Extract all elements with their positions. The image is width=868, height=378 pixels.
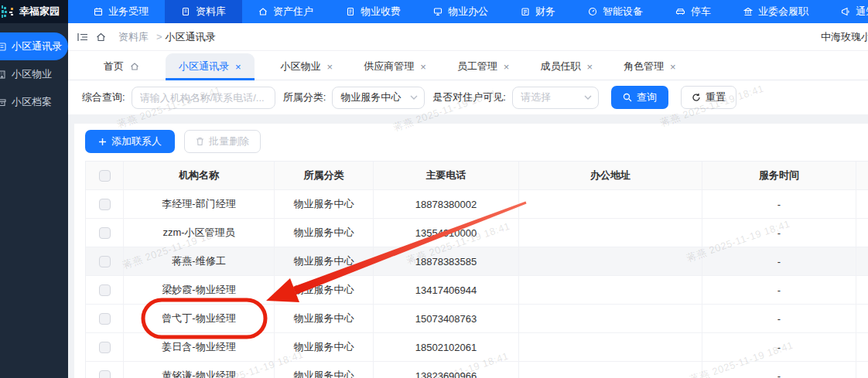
table-toolbar: 添加联系人 批量删除 — [85, 130, 868, 153]
cell-category: 物业服务中心 — [275, 333, 374, 362]
nav-item-label: 智能设备 — [603, 5, 643, 19]
nav-item-fees[interactable]: 物业收费 — [330, 0, 417, 23]
batch-delete-button[interactable]: 批量删除 — [184, 130, 261, 153]
nav-item-committee[interactable]: 业委会履职 — [727, 0, 825, 23]
tab-role-management[interactable]: 角色管理 — [619, 53, 681, 80]
cell-extra — [856, 247, 868, 276]
cell-org-name: 梁妙霞-物业经理 — [124, 276, 275, 305]
cell-category: 物业服务中心 — [275, 362, 374, 378]
tab-label: 小区通讯录 — [179, 60, 229, 73]
table-row[interactable]: 李经理-部门经理 物业服务中心 18878380002 - — [86, 190, 868, 219]
cell-org-name: 姜日含-物业经理 — [124, 333, 275, 362]
reset-button[interactable]: 重置 — [681, 86, 736, 109]
table-row[interactable]: 梁妙霞-物业经理 物业服务中心 13417406944 - — [86, 276, 868, 305]
chevron-down-icon — [410, 95, 418, 100]
visibility-label: 是否对住户可见: — [432, 90, 506, 104]
close-tab-icon[interactable] — [586, 62, 593, 72]
cell-address — [519, 276, 702, 305]
sidebar-item-archives[interactable]: 小区档案 — [0, 88, 68, 116]
column-header-phone: 主要电话 — [374, 162, 519, 190]
close-tab-icon[interactable] — [420, 62, 426, 72]
document-icon — [181, 7, 190, 16]
nav-item-notices[interactable]: 通知公告 — [825, 0, 868, 23]
cell-phone: 13823690966 — [374, 362, 519, 378]
cell-service-time: - — [702, 190, 856, 219]
close-tab-icon[interactable] — [235, 62, 241, 72]
sidebar-item-contacts[interactable]: 小区通讯录 — [0, 32, 68, 60]
nav-item-library[interactable]: 资料库 — [165, 0, 242, 23]
add-contact-button[interactable]: 添加联系人 — [85, 130, 175, 153]
visibility-select[interactable]: 请选择 — [512, 87, 599, 109]
nav-item-label: 资料库 — [196, 5, 226, 19]
breadcrumb-separator: > — [156, 31, 162, 43]
cell-extra — [856, 219, 868, 247]
cell-address — [519, 333, 702, 362]
cell-extra — [856, 362, 868, 378]
close-tab-icon[interactable] — [670, 62, 676, 72]
home-icon — [258, 7, 268, 16]
sidebar-item-property[interactable]: 小区物业 — [0, 60, 68, 88]
nav-item-assets[interactable]: 资产住户 — [242, 0, 330, 23]
row-checkbox[interactable] — [99, 284, 111, 296]
app-logo: 幸福家园 — [0, 0, 68, 23]
cell-phone: 13417406944 — [374, 276, 519, 305]
category-label: 所属分类: — [283, 90, 326, 104]
nav-item-finance[interactable]: 财务 — [504, 0, 572, 23]
table-row[interactable]: 曾弋丁-物业经理 物业服务中心 15073408763 - — [86, 305, 868, 333]
keyword-label: 综合查询: — [82, 90, 125, 104]
table-body: 李经理-部门经理 物业服务中心 18878380002 - zzm-小区管理员 … — [86, 190, 868, 378]
row-checkbox[interactable] — [99, 199, 111, 210]
tab-community-contacts[interactable]: 小区通讯录 — [166, 53, 255, 80]
breadcrumb-parent[interactable]: 资料库 — [118, 30, 149, 44]
column-header-extra — [856, 162, 868, 190]
row-checkbox[interactable] — [99, 370, 111, 378]
tab-member-appointment[interactable]: 成员任职 — [535, 53, 597, 80]
breadcrumb-current: 小区通讯录 — [166, 30, 216, 44]
workspace-name[interactable]: 中海玫瑰小 — [821, 23, 868, 51]
table-row[interactable]: 黄铭谦-物业经理 物业服务中心 13823690966 - — [86, 362, 868, 378]
nav-item-label: 物业办公 — [448, 5, 488, 19]
cell-org-name: 蒋燕-维修工 — [124, 247, 275, 276]
close-tab-icon[interactable] — [327, 62, 333, 72]
table-row[interactable]: 姜日含-物业经理 物业服务中心 18502102061 - — [86, 333, 868, 362]
nav-item-parking[interactable]: 停车 — [659, 0, 727, 23]
nav-item-devices[interactable]: 智能设备 — [572, 0, 659, 23]
select-all-checkbox[interactable] — [99, 170, 111, 182]
contacts-icon — [0, 43, 6, 51]
tab-community-property[interactable]: 小区物业 — [276, 53, 338, 80]
close-tab-icon[interactable] — [504, 62, 510, 72]
tab-home[interactable]: 首页 — [99, 53, 144, 80]
cell-address — [519, 247, 702, 276]
table-row[interactable]: 蒋燕-维修工 物业服务中心 18878383585 - — [86, 247, 868, 276]
chevron-down-icon — [584, 95, 592, 100]
tab-supplier-management[interactable]: 供应商管理 — [359, 53, 431, 80]
search-button-label: 查询 — [637, 90, 657, 104]
top-nav: 业务受理 资料库 资产住户 物业收费 物业办公 财务 智能设备 停车 — [68, 0, 868, 23]
search-button[interactable]: 查询 — [611, 86, 668, 109]
nav-item-label: 业务受理 — [108, 5, 149, 19]
cell-extra — [856, 305, 868, 333]
app-logo-icon — [2, 5, 15, 19]
search-icon — [623, 93, 632, 102]
row-checkbox[interactable] — [99, 342, 111, 353]
finance-icon — [521, 7, 530, 16]
cell-category: 物业服务中心 — [275, 276, 374, 305]
tab-employee-management[interactable]: 员工管理 — [453, 53, 514, 80]
table-row[interactable]: zzm-小区管理员 物业服务中心 13554910000 - — [86, 219, 868, 247]
cell-service-time: - — [702, 247, 856, 276]
receipt-icon — [346, 7, 355, 16]
app-name: 幸福家园 — [19, 5, 60, 19]
nav-item-office[interactable]: 物业办公 — [417, 0, 504, 23]
nav-item-business[interactable]: 业务受理 — [77, 0, 165, 23]
category-select[interactable]: 物业服务中心 — [332, 87, 425, 109]
row-checkbox[interactable] — [99, 256, 111, 267]
cell-address — [519, 362, 702, 378]
row-checkbox[interactable] — [99, 227, 111, 239]
collapse-sidebar-icon[interactable] — [77, 32, 88, 42]
keyword-input[interactable] — [132, 87, 275, 109]
breadcrumb-home-icon[interactable] — [96, 32, 106, 42]
car-icon — [675, 7, 685, 16]
cell-extra — [856, 333, 868, 362]
row-checkbox[interactable] — [99, 313, 111, 325]
cell-phone: 18878380002 — [374, 190, 519, 219]
